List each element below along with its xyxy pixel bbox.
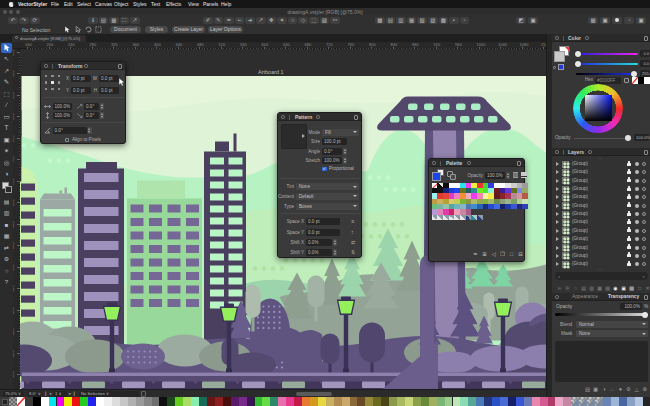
- svg-text:Artboard 1: Artboard 1: [258, 69, 284, 75]
